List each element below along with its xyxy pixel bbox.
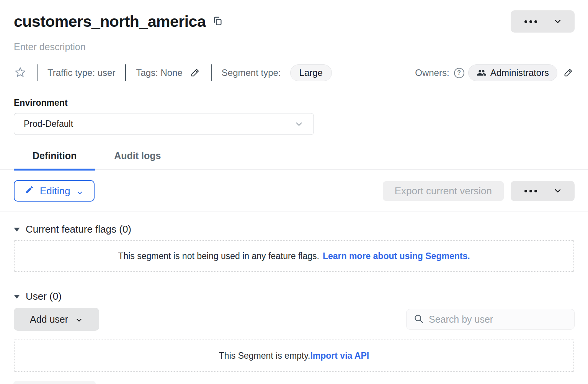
environment-select[interactable]: Prod-Default [14,113,314,135]
chevron-down-icon [76,187,83,195]
user-heading-label: User (0) [26,290,62,302]
editing-mode-button[interactable]: Editing [14,180,95,202]
copy-icon [212,16,223,27]
feature-flags-empty-box: This segment is not being used in any fe… [14,240,574,272]
feature-flags-heading-label: Current feature flags (0) [26,223,131,235]
environment-selected-value: Prod-Default [24,119,73,129]
ellipsis-icon [524,190,537,192]
export-current-version-button[interactable]: Export current version [383,181,504,201]
feature-flags-heading: Current feature flags (0) [14,223,574,235]
chevron-down-icon [294,119,304,129]
tags-label: Tags: None [136,67,182,78]
tab-definition[interactable]: Definition [14,150,95,171]
environment-label: Environment [14,98,574,108]
add-user-label: Add user [30,314,68,325]
owners-label: Owners: [415,67,449,78]
feature-flags-empty-text: This segment is not being used in any fe… [118,251,319,261]
collapse-triangle-icon[interactable] [14,295,20,299]
ellipsis-icon [524,20,537,23]
traffic-type-label: Traffic type: user [47,67,115,78]
edit-tags-button[interactable] [189,67,201,79]
bottom-partial-element [13,381,96,384]
definition-toolbar: Editing Export current version [14,180,575,202]
tab-bar: Definition Audit logs [0,150,588,170]
pencil-icon [25,185,34,197]
tab-audit-logs[interactable]: Audit logs [95,150,180,171]
user-search-box [406,309,575,330]
segment-more-options-button[interactable] [511,10,575,33]
learn-more-link[interactable]: Learn more about using Segments. [323,251,470,261]
owners-badge[interactable]: Administrators [468,64,557,81]
search-by-user-input[interactable] [429,314,567,325]
segment-detail-page: customers_north_america Enter descriptio… [0,0,588,384]
user-section-heading: User (0) [14,290,574,302]
meta-separator [37,64,38,81]
segment-empty-box: This Segment is empty.Import via API [14,340,574,372]
meta-separator [211,64,212,81]
segment-empty-text: This Segment is empty. [219,351,310,361]
pencil-icon [563,73,574,79]
segment-type-group: Segment type: Large [222,64,332,81]
segment-type-badge: Large [290,64,332,81]
chevron-down-icon [553,186,562,195]
user-controls-row: Add user [14,308,575,331]
people-icon [477,68,487,78]
definition-more-options-button[interactable] [511,181,575,201]
section-divider [0,212,588,212]
meta-separator [125,64,126,81]
chevron-down-icon [75,315,83,323]
search-icon [413,313,424,325]
segment-type-label: Segment type: [222,67,281,78]
editing-label: Editing [40,185,70,197]
star-icon [14,74,26,80]
chevron-down-icon [553,17,562,26]
description-field[interactable]: Enter description [14,41,574,53]
collapse-triangle-icon[interactable] [14,228,20,231]
tags-group: Tags: None [136,67,201,79]
owners-value: Administrators [490,67,549,78]
title-row: customers_north_america [14,11,575,32]
edit-owners-button[interactable] [563,67,574,79]
add-user-button[interactable]: Add user [14,308,99,331]
page-title: customers_north_america [14,13,206,31]
owners-group: Owners: ? Administrators [415,64,574,81]
favorite-star-button[interactable] [14,66,27,79]
owners-help-icon[interactable]: ? [454,68,464,78]
meta-row: Traffic type: user Tags: None Segment ty… [14,64,574,82]
import-via-api-link[interactable]: Import via API [310,351,369,361]
copy-name-button[interactable] [212,16,224,27]
pencil-icon [190,73,201,79]
toolbar-right-group: Export current version [383,181,575,201]
